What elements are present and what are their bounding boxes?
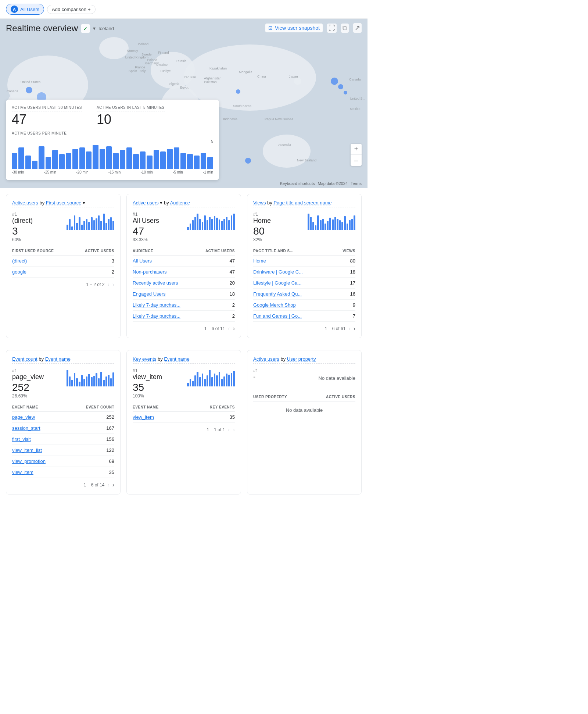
card2-prev-button[interactable]: ‹ [228,325,230,332]
share-button[interactable]: ↗ [353,23,362,33]
card4-by: by [39,356,45,362]
card4-next-button[interactable]: › [112,482,114,488]
row-name[interactable]: (direct) [12,258,27,264]
active-users-panel: ACTIVE USERS IN LAST 30 MINUTES 47 ACTIV… [6,100,219,180]
card1-title-main[interactable]: Active users [12,200,38,206]
card-first-user-source: Active users by First user source ▾ #1 (… [6,194,121,338]
card6-col2-header: ACTIVE USERS [326,395,355,399]
card2-dropdown[interactable]: ▾ [160,200,162,206]
svg-text:Germany: Germany [145,61,159,65]
card1-table-header: FIRST USER SOURCE ACTIVE USERS [12,247,114,256]
card1-prev-button[interactable]: ‹ [107,281,109,288]
card1-dimension[interactable]: First user source [46,200,82,206]
card6-rank-name: - [253,373,258,381]
row-name[interactable]: Engaged Users [133,291,166,297]
card2-next-button[interactable]: › [233,325,235,332]
row-name[interactable]: view_item_list [12,447,42,453]
card5-next-button[interactable]: › [233,426,235,433]
mini-bar [226,217,228,230]
card2-rank-pct: 33.33% [133,237,159,242]
bar [147,156,152,169]
add-comparison-button[interactable]: Add comparison + [47,5,96,14]
card1-dropdown[interactable]: ▾ [83,200,85,206]
svg-text:Norway: Norway [127,49,138,53]
row-name[interactable]: page_view [12,414,35,420]
card5-col1-header: EVENT NAME [133,405,159,409]
row-name[interactable]: Frequently Asked Qu... [253,291,302,297]
card4-title-main[interactable]: Event count [12,356,37,362]
card5-title-main[interactable]: Key events [133,356,156,362]
card3-table-header: PAGE TITLE AND S... VIEWS [253,247,355,256]
card6-dimension[interactable]: User property [287,356,316,362]
card4-prev-button[interactable]: ‹ [107,482,109,488]
card2-title-main[interactable]: Active users [133,200,159,206]
mini-bar [88,374,90,386]
card4-dimension[interactable]: Event name [45,356,71,362]
mini-bar [204,215,206,231]
row-name[interactable]: Google Merch Shop [253,302,296,308]
dropdown-arrow[interactable]: ▾ [93,25,96,31]
mini-bar [98,378,100,387]
terms-link[interactable]: Terms [351,181,362,186]
bar [154,150,159,169]
card4-rank-label: #1 [12,368,44,373]
card5-prev-button[interactable]: ‹ [228,426,230,433]
card1-rank-label: #1 [12,212,33,217]
row-name[interactable]: All Users [133,258,152,264]
fullscreen-button[interactable]: ⛶ [327,24,337,33]
card3-rank-label: #1 [253,212,271,217]
card4-rows: page_view 252 session_start 167 first_vi… [12,412,114,478]
mini-bar [110,217,112,230]
card4-rank-info: #1 page_view 252 26.69% [12,368,44,399]
user-pill[interactable]: A All Users [6,4,44,15]
card2-dimension[interactable]: Audience [170,200,190,206]
svg-text:Egypt: Egypt [180,86,189,89]
view-snapshot-button[interactable]: ⊡ View user snapshot [265,24,323,32]
row-name[interactable]: view_promotion [12,458,46,464]
row-name[interactable]: session_start [12,425,40,431]
row-name[interactable]: google [12,269,26,275]
card5-rank-row: #1 view_item 35 100% [133,368,235,399]
compare-button[interactable]: ⧉ [341,24,349,33]
row-name[interactable]: Lifestyle | Google Ca... [253,280,301,286]
card6-title-main[interactable]: Active users [253,356,279,362]
card1-pagination: 1 – 2 of 2 ‹ › [12,281,114,288]
bar [72,149,78,169]
map-controls-right: ⊡ View user snapshot ⛶ ⧉ ↗ [265,23,362,33]
card2-rank-value: 47 [133,225,159,237]
card1-next-button[interactable]: › [112,281,114,288]
mini-bar [88,222,90,231]
svg-text:Pakistan: Pakistan [204,80,217,84]
row-name[interactable]: Fun and Games | Go... [253,313,302,319]
zoom-out-button[interactable]: – [351,155,362,166]
card3-prev-button[interactable]: ‹ [348,325,350,332]
row-name[interactable]: view_item [12,470,33,475]
row-value: 35 [109,470,114,475]
card5-dimension[interactable]: Event name [164,356,189,362]
row-name[interactable]: Drinkware | Google C... [253,269,303,275]
card3-rank-value: 80 [253,225,271,237]
mini-bar [341,222,343,231]
row-name[interactable]: Home [253,258,266,264]
bar [160,151,166,169]
row-value: 2 [232,302,235,308]
mini-bar [187,383,189,386]
row-name[interactable]: view_item [133,414,154,420]
keyboard-shortcuts[interactable]: Keyboard shortcuts [280,181,315,186]
zoom-in-button[interactable]: + [351,144,362,155]
card5-rank-label: #1 [133,368,162,373]
row-name[interactable]: first_visit [12,436,31,442]
card3-title-main[interactable]: Views [253,200,266,206]
row-name[interactable]: Likely 7-day purchas... [133,313,180,319]
svg-point-9 [294,78,301,85]
card3-next-button[interactable]: › [354,325,355,332]
card3-dimension[interactable]: Page title and screen name [273,200,331,206]
svg-text:Canada: Canada [349,78,361,81]
mini-bar [81,375,83,387]
row-name[interactable]: Non-purchasers [133,269,167,275]
row-name[interactable]: Recently active users [133,280,178,286]
row-value: 167 [106,425,114,431]
mini-bar [327,221,329,230]
row-name[interactable]: Likely 7-day purchas... [133,302,180,308]
mini-bar [81,225,83,230]
